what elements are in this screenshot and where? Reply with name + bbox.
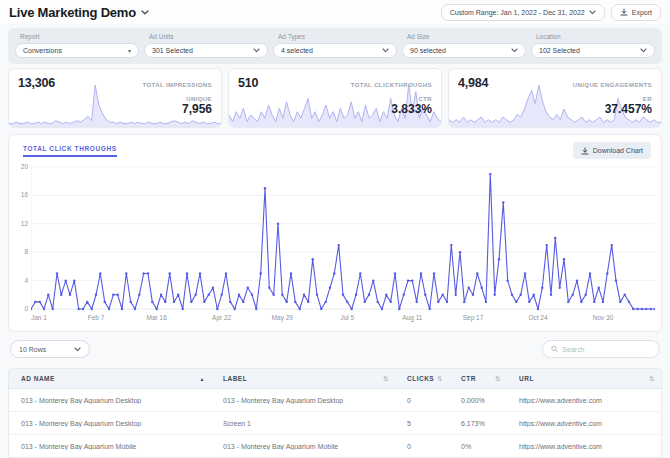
table-header-row: AD NAME▲LABEL⇅CLICKS⇅CTR⇅URL⇅ xyxy=(9,369,661,389)
search-input[interactable] xyxy=(562,346,651,353)
cell-ctr: 0% xyxy=(449,443,507,450)
column-header-label[interactable]: LABEL⇅ xyxy=(211,375,395,383)
chart-y-tick: 4 xyxy=(13,277,28,284)
chart-x-tick: Feb 7 xyxy=(88,314,105,321)
column-header-clicks[interactable]: CLICKS⇅ xyxy=(395,375,449,383)
rows-per-page-value: 10 Rows xyxy=(19,346,46,353)
cell-ctr: 6.173% xyxy=(449,420,507,427)
filter-label: Ad Types xyxy=(278,33,397,40)
filter-label: Ad Units xyxy=(149,33,268,40)
download-icon xyxy=(620,8,628,16)
stat-card-total-clickthroughs: 510TOTAL CLICKTHROUGHSCTR3.833% xyxy=(228,68,442,128)
table-body: 013 - Monterey Bay Aquarium Desktop013 -… xyxy=(9,389,661,458)
sort-ascending-icon[interactable]: ▲ xyxy=(200,376,205,382)
chevron-down-icon xyxy=(511,48,518,53)
chart-x-axis: Jan 1Feb 7Mar 16Apr 22May 29Jul 5Aug 11S… xyxy=(31,314,655,324)
stat-primary-label: TOTAL IMPRESSIONS xyxy=(143,82,212,88)
filter-select-ad-units[interactable]: 301 Selected xyxy=(144,43,268,58)
download-icon xyxy=(581,147,589,155)
filter-select-location[interactable]: 102 Selected xyxy=(531,43,655,58)
export-label: Export xyxy=(632,9,652,16)
chart-x-tick: Nov 30 xyxy=(593,314,614,321)
sort-icon[interactable]: ⇅ xyxy=(383,375,389,383)
cell-url[interactable]: https://www.adventive.com xyxy=(507,443,661,450)
filter-location: Location102 Selected xyxy=(531,33,655,58)
total-click-throughs-chart[interactable] xyxy=(31,165,655,311)
filter-value: 90 selected xyxy=(410,47,446,54)
column-header-ad-name[interactable]: AD NAME▲ xyxy=(9,375,211,382)
column-label: CLICKS xyxy=(407,375,434,382)
filter-ad-types: Ad Types4 selected xyxy=(273,33,397,58)
stat-secondary-value: 37.457% xyxy=(605,102,652,116)
cell-clicks: 0 xyxy=(395,397,449,404)
chevron-down-icon xyxy=(253,48,260,53)
chart-y-tick: 8 xyxy=(13,248,28,255)
rows-per-page-select[interactable]: 10 Rows xyxy=(10,340,90,358)
filter-ad-size: Ad Size90 selected xyxy=(402,33,526,58)
column-header-url[interactable]: URL⇅ xyxy=(507,375,661,383)
stat-cards: 13,306TOTAL IMPRESSIONSUNIQUE7,956510TOT… xyxy=(8,68,662,128)
filter-select-ad-types[interactable]: 4 selected xyxy=(273,43,397,58)
stat-primary-value: 13,306 xyxy=(18,76,55,90)
data-table: AD NAME▲LABEL⇅CLICKS⇅CTR⇅URL⇅ 013 - Mont… xyxy=(8,368,662,458)
chart-x-tick: May 29 xyxy=(272,314,293,321)
cell-ctr: 0.000% xyxy=(449,397,507,404)
filter-report: ReportConversions▾ xyxy=(15,33,139,58)
filter-bar: ReportConversions▾Ad Units301 SelectedAd… xyxy=(8,28,662,64)
cell-label: 013 - Monterey Bay Aquarium Desktop xyxy=(211,397,395,404)
date-range-label: Custom Range: Jan 1, 2022 - Dec 31, 2022 xyxy=(450,9,585,16)
filter-label: Location xyxy=(536,33,655,40)
stat-secondary-value: 3.833% xyxy=(391,102,432,116)
chart-y-tick: 12 xyxy=(13,220,28,227)
chart-y-tick: 16 xyxy=(13,191,28,198)
tab-total-click-throughs[interactable]: TOTAL CLICK THROUGHS xyxy=(23,145,117,157)
filter-select-report[interactable]: Conversions▾ xyxy=(15,43,139,58)
filter-value: 4 selected xyxy=(281,47,313,54)
column-label: LABEL xyxy=(223,375,247,382)
sort-icon[interactable]: ⇅ xyxy=(495,375,501,383)
search-box xyxy=(542,340,660,358)
column-label: AD NAME xyxy=(21,375,55,382)
page-title: Live Marketing Demo xyxy=(9,5,136,20)
chevron-down-icon xyxy=(74,347,81,352)
cell-url[interactable]: https://www.adventive.com xyxy=(507,420,661,427)
cell-label: Screen 1 xyxy=(211,420,395,427)
filter-label: Report xyxy=(20,33,139,40)
chart-x-tick: Jan 1 xyxy=(31,314,47,321)
table-row: 013 - Monterey Bay Aquarium Mobile013 - … xyxy=(9,435,661,458)
chevron-down-icon[interactable] xyxy=(141,10,149,15)
export-button[interactable]: Export xyxy=(611,4,661,21)
sort-icon[interactable]: ⇅ xyxy=(437,375,443,383)
filter-ad-units: Ad Units301 Selected xyxy=(144,33,268,58)
column-label: CTR xyxy=(461,375,476,382)
sort-icon[interactable]: ⇅ xyxy=(649,375,655,383)
filter-value: 102 Selected xyxy=(539,47,580,54)
chart-x-tick: Oct 24 xyxy=(528,314,547,321)
chart-y-tick: 20 xyxy=(13,163,28,170)
filter-select-ad-size[interactable]: 90 selected xyxy=(402,43,526,58)
chart-y-tick: 0 xyxy=(13,305,28,312)
cell-ad-name: 013 - Monterey Bay Aquarium Desktop xyxy=(9,397,211,404)
cell-label: 013 - Monterey Bay Aquarium Mobile xyxy=(211,443,395,450)
stat-primary-label: UNIQUE ENGAGEMENTS xyxy=(573,82,652,88)
chevron-down-icon xyxy=(382,48,389,53)
download-chart-button[interactable]: Download Chart xyxy=(573,142,651,159)
chart-x-tick: Jul 5 xyxy=(340,314,354,321)
column-header-ctr[interactable]: CTR⇅ xyxy=(449,375,507,383)
chart-card: TOTAL CLICK THROUGHS Download Chart Jan … xyxy=(8,134,662,332)
table-row: 013 - Monterey Bay Aquarium Desktop013 -… xyxy=(9,389,661,412)
filter-value: Conversions xyxy=(23,47,62,54)
chart-x-tick: Mar 16 xyxy=(147,314,167,321)
cell-ad-name: 013 - Monterey Bay Aquarium Desktop xyxy=(9,420,211,427)
cell-ad-name: 013 - Monterey Bay Aquarium Mobile xyxy=(9,443,211,450)
stat-primary-value: 510 xyxy=(238,76,258,90)
date-range-selector[interactable]: Custom Range: Jan 1, 2022 - Dec 31, 2022 xyxy=(441,4,605,21)
top-bar: Live Marketing Demo Custom Range: Jan 1,… xyxy=(0,0,670,24)
chart-x-tick: Aug 11 xyxy=(402,314,422,321)
filter-label: Ad Size xyxy=(407,33,526,40)
cell-clicks: 5 xyxy=(395,420,449,427)
dropdown-triangle-icon: ▾ xyxy=(128,48,131,54)
cell-url[interactable]: https://www.adventive.com xyxy=(507,397,661,404)
chevron-down-icon xyxy=(589,10,596,15)
download-chart-label: Download Chart xyxy=(593,147,643,154)
